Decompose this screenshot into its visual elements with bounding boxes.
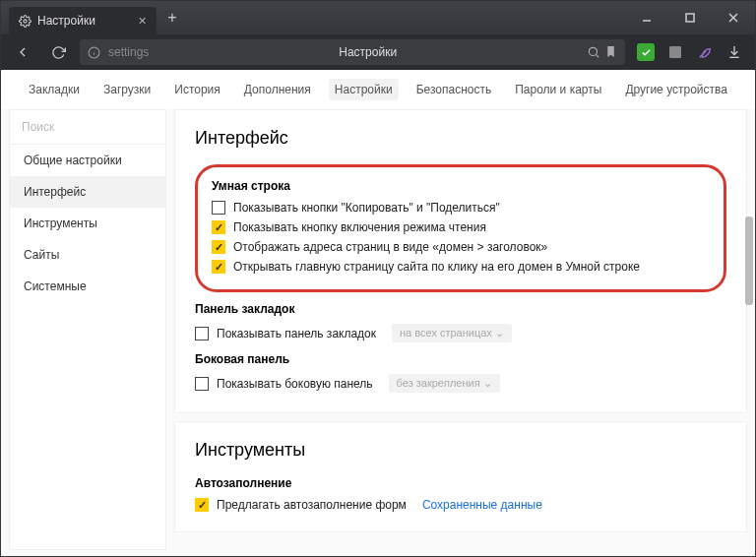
section-heading-tools: Инструменты	[195, 440, 726, 461]
topnav-item[interactable]: Дополнения	[238, 79, 317, 100]
checkbox-label: Открывать главную страницу сайта по клик…	[233, 260, 640, 274]
smart-line-title: Умная строка	[212, 179, 710, 193]
checkbox-label: Отображать адреса страниц в виде «домен …	[233, 240, 547, 254]
section-heading-interface: Интерфейс	[195, 128, 726, 149]
sidepanel-mode-pill[interactable]: без закрепления ⌄	[389, 374, 500, 393]
scrollbar-thumb[interactable]	[745, 217, 753, 305]
bookmarks-row: Показывать панель закладок на всех стран…	[195, 324, 726, 342]
checkbox[interactable]	[212, 201, 225, 215]
svg-point-0	[24, 19, 27, 22]
downloads-icon[interactable]	[722, 39, 747, 65]
autofill-title: Автозаполнение	[195, 476, 726, 490]
bookmarks-scope-pill[interactable]: на всех страницах ⌄	[392, 324, 512, 342]
svg-line-9	[597, 55, 599, 58]
checkbox[interactable]	[212, 260, 225, 274]
checkbox[interactable]	[212, 240, 225, 254]
main-area: Поиск Общие настройкиИнтерфейсИнструмент…	[1, 109, 755, 557]
top-nav: ЗакладкиЗагрузкиИсторияДополненияНастрой…	[1, 70, 755, 109]
topnav-item[interactable]: Загрузки	[97, 79, 157, 100]
topnav-item[interactable]: История	[168, 79, 226, 100]
option-row: Показывать кнопку включения режима чтени…	[212, 220, 710, 234]
option-row: Показывать кнопки "Копировать" и "Подели…	[212, 201, 710, 215]
option-row: Открывать главную страницу сайта по клик…	[212, 260, 710, 274]
tab-title: Настройки	[37, 14, 95, 28]
back-button[interactable]	[9, 38, 36, 66]
browser-tab[interactable]: Настройки ✕	[9, 7, 157, 34]
site-info-icon[interactable]	[88, 46, 100, 59]
sidebar-item[interactable]: Интерфейс	[10, 176, 165, 208]
reload-button[interactable]	[44, 38, 72, 66]
protect-icon[interactable]	[633, 39, 659, 65]
smart-line-group: Умная строка Показывать кнопки "Копирова…	[195, 164, 726, 292]
maximize-button[interactable]	[668, 1, 712, 34]
close-window-button[interactable]	[712, 1, 755, 34]
topnav-item[interactable]: Пароли и карты	[509, 79, 607, 100]
bookmarks-panel-title: Панель закладок	[195, 302, 726, 316]
sidebar-item[interactable]: Сайты	[10, 239, 165, 271]
address-title: Настройки	[157, 45, 579, 59]
checkbox[interactable]	[212, 220, 225, 234]
topnav-item[interactable]: Другие устройства	[619, 79, 733, 100]
address-bar: settings Настройки	[1, 34, 755, 70]
sidepanel-row: Показывать боковую панель без закреплени…	[195, 374, 726, 393]
svg-rect-2	[686, 14, 694, 22]
checkbox-label: Показывать кнопку включения режима чтени…	[233, 220, 486, 234]
autofill-row: Предлагать автозаполнение форм Сохраненн…	[195, 498, 726, 512]
topnav-item[interactable]: Настройки	[329, 79, 399, 100]
sidebar-item[interactable]: Системные	[10, 271, 165, 302]
chevron-down-icon: ⌄	[495, 327, 504, 339]
checkbox-label: Предлагать автозаполнение форм	[217, 498, 407, 512]
sidebar-search[interactable]: Поиск	[10, 110, 165, 145]
topnav-item[interactable]: Безопасность	[410, 79, 498, 100]
checkbox-label: Показывать панель закладок	[217, 327, 376, 340]
chevron-down-icon: ⌄	[483, 377, 492, 389]
extension-square-icon[interactable]	[662, 39, 688, 65]
checkbox-autofill[interactable]	[195, 498, 209, 512]
new-tab-button[interactable]: +	[158, 4, 186, 31]
search-icon[interactable]	[587, 45, 600, 59]
settings-sidebar: Поиск Общие настройкиИнтерфейсИнструмент…	[9, 109, 166, 550]
topnav-item[interactable]: Закладки	[23, 79, 86, 100]
content-pane: Интерфейс Умная строка Показывать кнопки…	[174, 109, 747, 550]
bookmark-icon[interactable]	[604, 45, 617, 59]
checkbox-label: Показывать боковую панель	[217, 377, 373, 391]
gear-icon	[19, 15, 32, 28]
sidepanel-title: Боковая панель	[195, 352, 726, 366]
svg-point-8	[589, 47, 597, 55]
url-text: settings	[108, 45, 149, 59]
address-field[interactable]: settings Настройки	[80, 39, 625, 65]
minimize-button[interactable]	[625, 1, 668, 34]
svg-rect-10	[669, 46, 681, 58]
option-row: Отображать адреса страниц в виде «домен …	[212, 240, 710, 254]
card-tools: Инструменты Автозаполнение Предлагать ав…	[174, 421, 747, 532]
sidebar-item[interactable]: Общие настройки	[10, 145, 165, 176]
saved-data-link[interactable]: Сохраненные данные	[422, 498, 542, 512]
feather-icon[interactable]	[692, 39, 718, 65]
checkbox-show-sidepanel[interactable]	[195, 377, 209, 391]
checkbox-label: Показывать кнопки "Копировать" и "Подели…	[233, 201, 500, 215]
close-tab-icon[interactable]: ✕	[138, 15, 147, 28]
card-interface: Интерфейс Умная строка Показывать кнопки…	[174, 109, 747, 413]
titlebar: Настройки ✕ +	[1, 1, 755, 34]
checkbox-show-bookmarks[interactable]	[195, 327, 209, 340]
sidebar-item[interactable]: Инструменты	[10, 208, 165, 239]
